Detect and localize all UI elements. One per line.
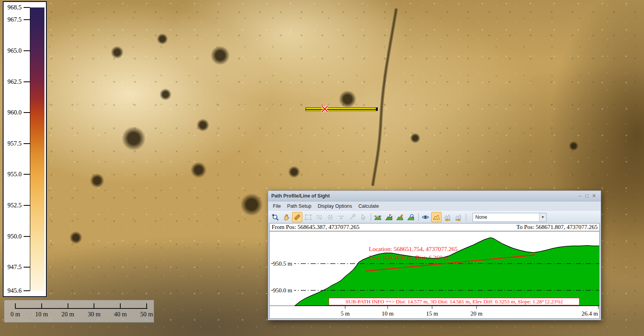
menu-bar: File Path Setup Display Options Calculat… — [268, 201, 601, 211]
legend-tick — [24, 143, 30, 144]
legend-tick-label: 965.0 — [1, 48, 22, 54]
legend-tick-label: 947.5 — [1, 264, 22, 270]
window-title: Path Profile/Line of Sight — [271, 193, 330, 199]
subpath-prev-icon[interactable] — [442, 212, 453, 222]
elevation-annotation: Elev: 950.3637 m, Dist: 6.369 m — [369, 254, 449, 262]
legend-tick-label: 957.5 — [1, 140, 22, 147]
map-scale-bar: 0 m10 m20 m30 m40 m50 m — [4, 300, 154, 323]
legend-tick — [24, 205, 30, 206]
scale-tick-label: 40 m — [114, 311, 127, 318]
scale-tick — [120, 303, 121, 309]
subpath-next-icon[interactable] — [453, 212, 464, 222]
x-axis-label: 5 m — [341, 310, 350, 317]
legend-tick-label: 945.6 — [1, 288, 22, 294]
scale-tick-label: 10 m — [35, 311, 48, 318]
x-axis-label: 10 m — [382, 310, 394, 317]
pan-hand-icon[interactable] — [281, 212, 291, 222]
legend-tick — [24, 7, 30, 8]
toolbar-separator — [371, 213, 371, 221]
overlay-dropdown[interactable]: None▼ — [473, 213, 546, 222]
scale-tick-label: 50 m — [140, 311, 153, 318]
split-path-icon[interactable] — [325, 212, 335, 222]
center-vertex-icon[interactable] — [336, 212, 346, 222]
legend-tick-label: 952.5 — [1, 202, 22, 209]
view-shed-icon[interactable] — [420, 212, 431, 222]
legend-tick-label: 950.0 — [1, 233, 22, 240]
cursor-x-marker — [320, 105, 329, 113]
legend-tick — [24, 267, 30, 268]
scale-tick-label: 0 m — [11, 311, 20, 318]
profile-path-icon[interactable] — [373, 212, 383, 222]
profile-zoom-icon[interactable] — [431, 212, 442, 222]
legend-tick — [24, 174, 30, 175]
measure-path-icon[interactable] — [292, 212, 302, 222]
terrain-inspect-icon[interactable] — [406, 212, 416, 222]
path-end-cap — [376, 108, 377, 111]
terrain-edit-icon[interactable] — [395, 212, 405, 222]
scale-tick — [146, 303, 147, 309]
legend-tick — [24, 81, 30, 82]
window-titlebar[interactable]: Path Profile/Line of Sight – □ ✕ — [268, 191, 601, 201]
maximize-button[interactable]: □ — [583, 192, 591, 199]
minimize-button[interactable]: – — [576, 192, 583, 199]
location-annotation: Location: 568651.754, 4737077.265 — [369, 245, 458, 253]
scale-tick-label: 20 m — [61, 311, 74, 318]
menu-path-setup[interactable]: Path Setup — [284, 203, 315, 209]
x-axis-label: 26.4 m — [581, 310, 598, 317]
legend-tick-label: 968.5 — [1, 4, 22, 11]
rotate-path-icon[interactable] — [347, 212, 357, 222]
scale-tick — [68, 303, 68, 309]
scale-tick — [94, 303, 94, 309]
toolbar-separator — [466, 213, 466, 221]
scale-tick — [41, 303, 42, 309]
legend-tick-label: 962.5 — [1, 79, 22, 85]
legend-tick-label: 967.5 — [1, 17, 22, 23]
dropdown-arrow-icon[interactable]: ▼ — [539, 213, 546, 222]
scale-bar-line — [15, 308, 147, 309]
legend-tick — [24, 290, 30, 291]
legend-tick — [24, 19, 30, 20]
elevation-gradient-bar — [30, 7, 44, 291]
zoom-in-icon[interactable] — [270, 212, 280, 222]
pick-vertex-icon[interactable] — [358, 212, 368, 222]
x-axis-label: 15 m — [426, 310, 438, 317]
x-axis-label: 20 m — [471, 310, 482, 317]
menu-calculate[interactable]: Calculate — [355, 203, 382, 209]
close-button[interactable]: ✕ — [591, 192, 598, 199]
legend-tick — [24, 112, 30, 113]
toolbar: None▼ — [268, 211, 601, 223]
menu-display-options[interactable]: Display Options — [315, 203, 355, 209]
select-rect-nodes-icon[interactable] — [314, 212, 324, 222]
profile-chart[interactable]: From Pos: 568645.387, 4737077.265 To Pos… — [269, 223, 600, 319]
y-axis-label: 950.5 m — [273, 260, 294, 267]
path-profile-window: Path Profile/Line of Sight – □ ✕ File Pa… — [268, 190, 601, 320]
subpath-info-box: SUB-PATH INFO ==> Dist: 14.577 m, 3D Dis… — [329, 298, 580, 305]
menu-file[interactable]: File — [270, 203, 284, 209]
path-line-overlay — [305, 107, 378, 111]
dropdown-value: None — [473, 214, 539, 220]
select-rect-icon[interactable] — [303, 212, 313, 222]
scale-tick — [15, 303, 16, 309]
legend-tick-label: 960.0 — [1, 109, 22, 116]
legend-tick — [24, 236, 30, 237]
legend-tick — [24, 50, 30, 51]
elevation-legend: 968.5967.5965.0962.5960.0957.5955.0952.5… — [3, 1, 47, 297]
legend-tick-label: 955.0 — [1, 171, 22, 177]
toolbar-separator — [418, 213, 419, 221]
terrain-flag-icon[interactable] — [384, 212, 394, 222]
y-axis-label: 950.0 m — [273, 287, 294, 294]
scale-tick-label: 30 m — [88, 311, 100, 318]
